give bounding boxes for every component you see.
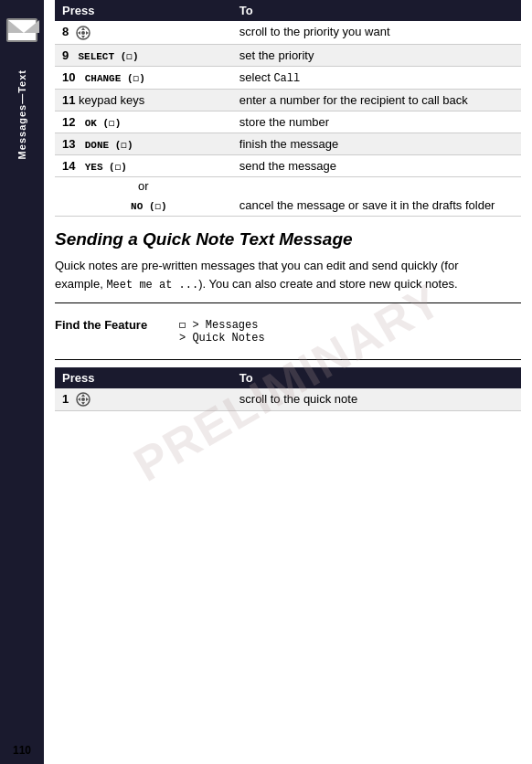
- to-cell: store the number: [232, 111, 521, 133]
- svg-marker-10: [86, 398, 89, 401]
- bottom-table-header-to: To: [232, 367, 521, 388]
- bottom-press-table: Press To 1 scroll to the quick n: [55, 367, 521, 412]
- press-cell: 11 keypad keys: [55, 89, 232, 111]
- sidebar: Messages—Text: [0, 0, 44, 764]
- to-cell: scroll to the priority you want: [232, 21, 521, 44]
- top-table-header-press: Press: [55, 0, 232, 21]
- press-cell: 13 DONE (◻): [55, 133, 232, 154]
- svg-marker-2: [81, 36, 85, 38]
- find-feature-value: ◻ > Messages > Quick Notes: [179, 318, 265, 345]
- to-cell: set the priority: [232, 44, 521, 66]
- press-cell: 12 OK (◻): [55, 111, 232, 133]
- svg-point-5: [81, 31, 85, 35]
- to-cell: finish the message: [232, 133, 521, 154]
- svg-marker-3: [78, 31, 80, 35]
- to-cell: cancel the message or save it in the dra…: [232, 195, 521, 217]
- table-row-or: or: [55, 176, 521, 195]
- press-cell: 8: [55, 21, 232, 44]
- find-feature-label: Find the Feature: [55, 318, 165, 332]
- sidebar-label: Messages—Text: [16, 69, 27, 159]
- press-cell: 1: [55, 388, 232, 411]
- nav-icon: [76, 392, 90, 407]
- table-row: 1 scroll to the quick note: [55, 388, 521, 411]
- envelope-icon: [6, 18, 37, 42]
- find-feature-box: Find the Feature ◻ > Messages > Quick No…: [55, 302, 521, 360]
- table-row: 10 CHANGE (◻) select Call: [55, 66, 521, 89]
- or-cell: or: [55, 176, 232, 195]
- press-cell: 10 CHANGE (◻): [55, 66, 232, 89]
- to-cell: send the message: [232, 154, 521, 176]
- section-heading: Sending a Quick Note Text Message: [55, 229, 521, 250]
- svg-marker-4: [86, 31, 89, 35]
- svg-point-11: [81, 398, 85, 401]
- svg-marker-1: [81, 27, 85, 30]
- main-content: Press To 8 scr: [44, 0, 532, 764]
- top-table-header-to: To: [232, 0, 521, 21]
- to-cell: select Call: [232, 66, 521, 89]
- top-press-table: Press To 8 scr: [55, 0, 521, 217]
- svg-marker-7: [81, 394, 85, 397]
- to-cell: enter a number for the recipient to call…: [232, 89, 521, 111]
- press-cell: 9 SELECT (◻): [55, 44, 232, 66]
- nav-icon: [76, 26, 90, 40]
- bottom-table-header-press: Press: [55, 367, 232, 388]
- section-mono: Meet me at ...: [106, 279, 198, 292]
- table-row: 9 SELECT (◻) set the priority: [55, 44, 521, 66]
- press-cell: 14 YES (◻): [55, 154, 232, 176]
- table-row: 8 scroll to the priority you want: [55, 21, 521, 44]
- table-row: 11 keypad keys enter a number for the re…: [55, 89, 521, 111]
- svg-marker-8: [81, 402, 85, 405]
- page-number: 110: [0, 744, 44, 757]
- svg-marker-9: [78, 398, 80, 401]
- press-cell: NO (◻): [55, 195, 232, 217]
- table-row: 13 DONE (◻) finish the message: [55, 133, 521, 154]
- table-row: NO (◻) cancel the message or save it in …: [55, 195, 521, 217]
- table-row: 12 OK (◻) store the number: [55, 111, 521, 133]
- to-cell: scroll to the quick note: [232, 388, 521, 411]
- table-row: 14 YES (◻) send the message: [55, 154, 521, 176]
- section-body: Quick notes are pre-written messages tha…: [55, 257, 521, 293]
